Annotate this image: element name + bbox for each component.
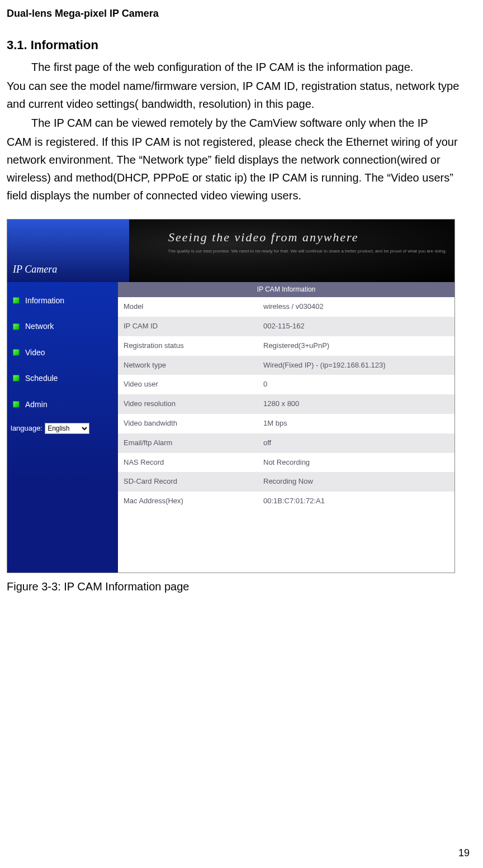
row-value: wireless / v030402: [258, 297, 454, 317]
banner-blurb: The quality is our best promise. We need…: [168, 249, 447, 254]
table-row: Network typeWired(Fixed IP) - (ip=192.16…: [118, 356, 454, 375]
language-select[interactable]: English: [45, 423, 89, 434]
banner: IP Camera Seeing the video from anywhere…: [7, 220, 454, 282]
panel-title: IP CAM Information: [118, 282, 454, 297]
sidebar: Information Network Video Schedule Admin…: [7, 282, 118, 573]
row-value: 002-115-162: [258, 317, 454, 336]
table-row: Modelwireless / v030402: [118, 297, 454, 317]
sidebar-item-admin[interactable]: Admin: [7, 392, 118, 417]
table-row: NAS RecordNot Recording: [118, 453, 454, 473]
bullet-icon: [13, 323, 20, 330]
table-row: Email/ftp Alarmoff: [118, 433, 454, 453]
config-body: Information Network Video Schedule Admin…: [7, 282, 454, 573]
row-label: IP CAM ID: [118, 317, 258, 336]
row-label: Video bandwidth: [118, 414, 258, 433]
row-label: Video resolution: [118, 394, 258, 414]
banner-tagline: Seeing the video from anywhere: [168, 227, 359, 247]
sidebar-item-schedule[interactable]: Schedule: [7, 365, 118, 391]
row-label: NAS Record: [118, 453, 258, 473]
banner-left: IP Camera: [7, 220, 129, 282]
row-value: 00:1B:C7:01:72:A1: [258, 492, 454, 511]
sidebar-item-label: Video: [25, 346, 45, 359]
row-value: Wired(Fixed IP) - (ip=192.168.61.123): [258, 356, 454, 375]
sidebar-item-label: Schedule: [25, 372, 58, 384]
table-row: SD-Card RecordRecording Now: [118, 472, 454, 492]
row-value: 0: [258, 375, 454, 394]
bullet-icon: [13, 297, 20, 304]
sidebar-item-video[interactable]: Video: [7, 340, 118, 365]
content-panel: IP CAM Information Modelwireless / v0304…: [118, 282, 454, 573]
language-row: language: English: [7, 417, 118, 442]
sidebar-item-label: Information: [25, 294, 64, 307]
paragraph-2-first-line: The IP CAM can be viewed remotely by the…: [7, 114, 476, 132]
sidebar-item-network[interactable]: Network: [7, 313, 118, 339]
bullet-icon: [13, 375, 20, 381]
table-row: Video resolution1280 x 800: [118, 394, 454, 414]
banner-right: Seeing the video from anywhere The quali…: [129, 220, 454, 282]
table-row: Mac Address(Hex)00:1B:C7:01:72:A1: [118, 492, 454, 511]
row-value: off: [258, 433, 454, 453]
section-title-text: Information: [31, 38, 98, 52]
paragraph-1-first-line: The first page of the web configuration …: [7, 58, 476, 76]
sidebar-item-label: Admin: [25, 398, 48, 411]
figure-screenshot: IP Camera Seeing the video from anywhere…: [7, 219, 455, 573]
bullet-icon: [13, 401, 20, 408]
row-label: Registration status: [118, 336, 258, 356]
row-label: Mac Address(Hex): [118, 492, 258, 511]
bullet-icon: [13, 349, 20, 356]
table-row: Video user0: [118, 375, 454, 394]
row-label: Model: [118, 297, 258, 317]
document-header: Dual-lens Mega-pixel IP Camera: [7, 6, 476, 22]
row-value: Registered(3+uPnP): [258, 336, 454, 356]
info-table: Modelwireless / v030402 IP CAM ID002-115…: [118, 297, 454, 511]
row-label: SD-Card Record: [118, 472, 258, 492]
sidebar-item-information[interactable]: Information: [7, 288, 118, 313]
section-heading: 3.1. Information: [7, 35, 476, 55]
row-value: 1M bps: [258, 414, 454, 433]
row-label: Network type: [118, 356, 258, 375]
row-value: Recording Now: [258, 472, 454, 492]
paragraph-1-rest: You can see the model name/firmware vers…: [7, 77, 476, 113]
language-label: language:: [11, 423, 42, 435]
table-row: Registration statusRegistered(3+uPnP): [118, 336, 454, 356]
row-label: Email/ftp Alarm: [118, 433, 258, 453]
paragraph-2-rest: CAM is registered. If this IP CAM is not…: [7, 133, 476, 204]
product-logo: IP Camera: [13, 261, 57, 278]
row-label: Video user: [118, 375, 258, 394]
row-value: 1280 x 800: [258, 394, 454, 414]
figure-caption: Figure 3-3: IP CAM Information page: [7, 578, 476, 595]
sidebar-item-label: Network: [25, 320, 54, 332]
row-value: Not Recording: [258, 453, 454, 473]
table-row: IP CAM ID002-115-162: [118, 317, 454, 336]
table-row: Video bandwidth1M bps: [118, 414, 454, 433]
section-number: 3.1.: [7, 38, 27, 52]
